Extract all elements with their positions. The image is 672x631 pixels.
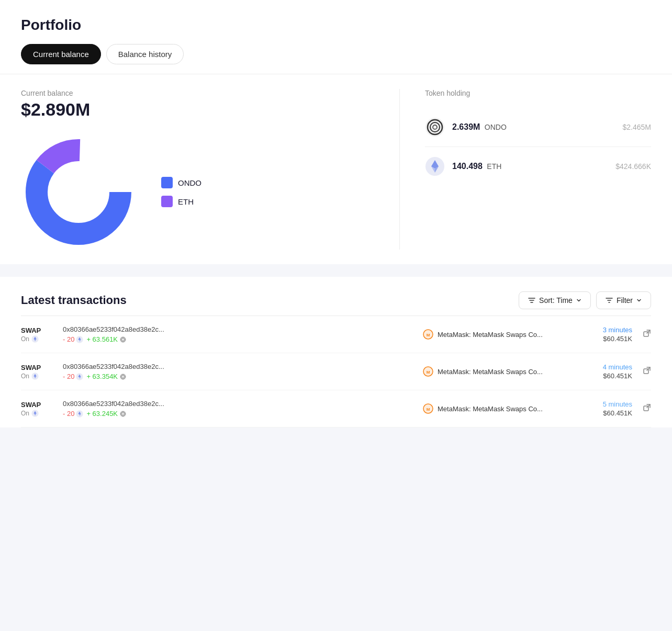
tx-on-chain: On (21, 335, 63, 343)
tx-in-ondo-icon (119, 373, 127, 380)
tx-to-name: MetaMask: MetaMask Swaps Co... (438, 331, 543, 339)
tx-time: 3 minutes (569, 326, 632, 334)
tx-time: 5 minutes (569, 400, 632, 408)
tab-bar: Current balance Balance history (21, 44, 651, 64)
tx-hash: 0x80366ae5233f042a8ed38e2c... (63, 325, 230, 333)
tx-tokens: - 20 + 63.245K (63, 410, 423, 418)
tx-on-chain: On (21, 410, 63, 417)
tx-out-eth-icon (76, 336, 83, 343)
metamask-icon: M (423, 329, 433, 340)
tx-out-eth-icon (76, 410, 83, 418)
table-row: SWAP On 0x80366ae5233f042a8ed38e2c... - … (21, 390, 651, 427)
donut-chart (21, 134, 136, 250)
eth-chain-icon (31, 373, 39, 380)
legend-dot-eth (161, 196, 173, 207)
ondo-amount: 2.639M ONDO (452, 122, 507, 132)
tx-tokens: - 20 + 63.354K (63, 373, 423, 380)
sort-chevron-icon (576, 297, 582, 303)
tx-type-col: SWAP On (21, 364, 63, 380)
filter-button[interactable]: Filter (596, 291, 651, 309)
token-row-eth: 140.498 ETH $424.666K (425, 147, 651, 186)
tx-usd: $60.451K (569, 372, 632, 380)
sort-button[interactable]: Sort: Time (519, 291, 591, 309)
svg-point-3 (425, 118, 444, 137)
tx-hash: 0x80366ae5233f042a8ed38e2c... (63, 363, 230, 370)
tx-type-col: SWAP On (21, 401, 63, 417)
tx-to-col: M MetaMask: MetaMask Swaps Co... (423, 403, 569, 414)
eth-amount: 140.498 ETH (452, 162, 501, 171)
tx-in: + 63.561K (86, 335, 127, 343)
tx-list: SWAP On 0x80366ae5233f042a8ed38e2c... - … (21, 316, 651, 427)
transactions-section: Latest transactions Sort: Time Filter (21, 277, 651, 427)
tx-hash-col: 0x80366ae5233f042a8ed38e2c... - 20 + 63.… (63, 400, 423, 418)
metamask-icon: M (423, 366, 433, 377)
token-holding-label: Token holding (425, 89, 651, 97)
external-link-icon[interactable] (643, 366, 651, 375)
tx-tokens: - 20 + 63.561K (63, 335, 423, 343)
legend-item-eth: ETH (161, 196, 201, 207)
svg-text:M: M (427, 407, 430, 412)
tx-link-col[interactable] (632, 403, 651, 414)
tx-hash-col: 0x80366ae5233f042a8ed38e2c... - 20 + 63.… (63, 325, 423, 343)
legend-label-eth: ETH (178, 197, 194, 206)
tx-to-col: M MetaMask: MetaMask Swaps Co... (423, 329, 569, 340)
legend-item-ondo: ONDO (161, 177, 201, 188)
token-row-ondo: 2.639M ONDO $2.465M (425, 108, 651, 147)
filter-icon (605, 296, 613, 305)
tx-hash: 0x80366ae5233f042a8ed38e2c... (63, 400, 230, 408)
tab-current-balance[interactable]: Current balance (21, 44, 101, 64)
tx-out-eth-icon (76, 373, 83, 380)
balance-section: Current balance $2.890M ONDO (21, 74, 651, 264)
eth-token-icon (425, 156, 445, 176)
tx-header: Latest transactions Sort: Time Filter (21, 291, 651, 309)
eth-usd: $424.666K (615, 162, 651, 171)
tx-usd: $60.451K (569, 409, 632, 417)
tab-balance-history[interactable]: Balance history (106, 44, 184, 64)
legend-dot-ondo (161, 177, 173, 188)
table-row: SWAP On 0x80366ae5233f042a8ed38e2c... - … (21, 316, 651, 353)
external-link-icon[interactable] (643, 329, 651, 337)
tx-in-ondo-icon (119, 336, 127, 343)
tx-link-col[interactable] (632, 366, 651, 377)
external-link-icon[interactable] (643, 403, 651, 412)
svg-text:M: M (427, 333, 430, 337)
balance-value: $2.890M (21, 99, 378, 120)
tx-type-col: SWAP On (21, 326, 63, 343)
tx-type: SWAP (21, 401, 63, 409)
tx-controls: Sort: Time Filter (519, 291, 651, 309)
tx-in: + 63.245K (86, 410, 127, 418)
tx-hash-col: 0x80366ae5233f042a8ed38e2c... - 20 + 63.… (63, 363, 423, 380)
section-gap (0, 264, 672, 277)
tx-to-col: M MetaMask: MetaMask Swaps Co... (423, 366, 569, 377)
sort-label: Sort: Time (539, 296, 573, 305)
tx-to-name: MetaMask: MetaMask Swaps Co... (438, 368, 543, 376)
tx-out: - 20 (63, 410, 83, 418)
donut-area: ONDO ETH (21, 129, 378, 250)
eth-chain-icon (31, 335, 39, 343)
tx-usd: $60.451K (569, 335, 632, 343)
svg-text:M: M (427, 370, 430, 375)
tx-time-col: 4 minutes $60.451K (569, 363, 632, 380)
metamask-icon: M (423, 403, 433, 414)
tx-link-col[interactable] (632, 329, 651, 340)
tx-on-chain: On (21, 373, 63, 380)
tx-time-col: 3 minutes $60.451K (569, 326, 632, 343)
tx-in-ondo-icon (119, 410, 127, 418)
balance-left: Current balance $2.890M ONDO (21, 89, 400, 250)
svg-point-2 (50, 163, 107, 221)
tx-type: SWAP (21, 364, 63, 371)
balance-right: Token holding 2.639M ONDO $2.465M (400, 89, 651, 250)
tx-out: - 20 (63, 373, 83, 380)
legend: ONDO ETH (161, 177, 201, 207)
table-row: SWAP On 0x80366ae5233f042a8ed38e2c... - … (21, 353, 651, 390)
filter-label: Filter (617, 296, 633, 305)
tx-out: - 20 (63, 335, 83, 343)
eth-chain-icon (31, 410, 39, 417)
tx-time: 4 minutes (569, 363, 632, 371)
balance-label: Current balance (21, 89, 378, 97)
legend-label-ondo: ONDO (178, 178, 201, 187)
tx-type: SWAP (21, 326, 63, 334)
tx-to-name: MetaMask: MetaMask Swaps Co... (438, 405, 543, 413)
tx-title: Latest transactions (21, 294, 519, 307)
filter-chevron-icon (636, 297, 642, 303)
